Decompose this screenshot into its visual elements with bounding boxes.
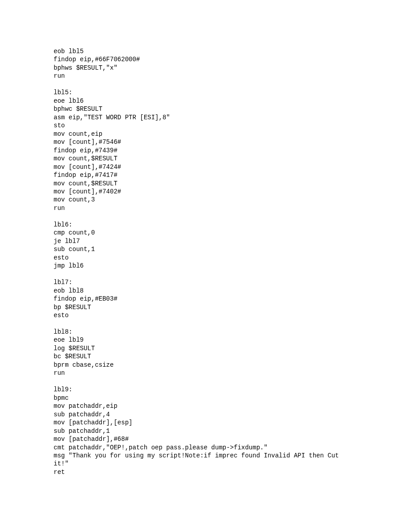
code-block: eob lbl5 findop eip,#66F7062000# bphws $…: [0, 0, 411, 476]
